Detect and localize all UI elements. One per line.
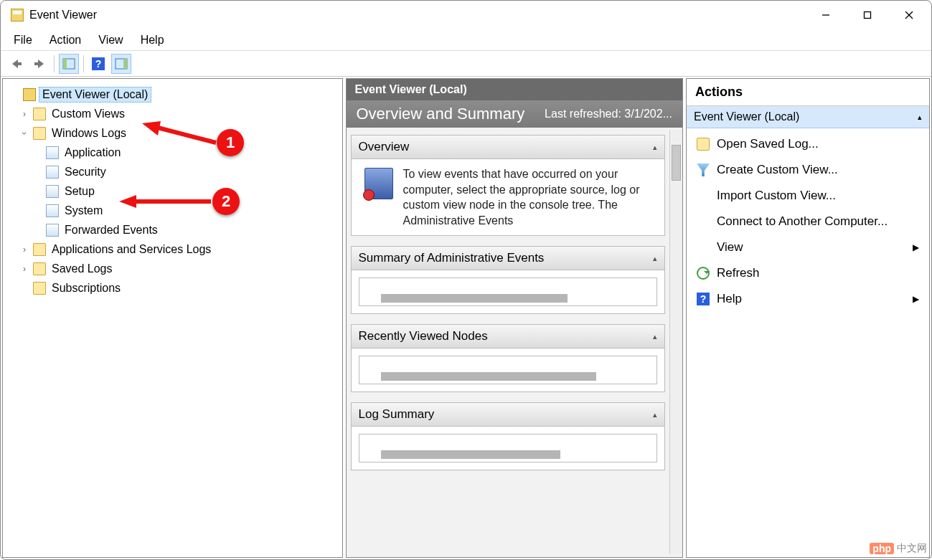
menu-file[interactable]: File: [5, 31, 41, 49]
section-title: Overview: [359, 140, 410, 154]
toolbar: ?: [1, 51, 931, 77]
section-log-summary: Log Summary ▴: [351, 402, 666, 470]
action-import-custom-view[interactable]: Import Custom View...: [687, 183, 929, 209]
maximize-button[interactable]: [847, 1, 888, 29]
tree-custom-views[interactable]: › Custom Views: [6, 104, 339, 123]
tree-label: Custom Views: [49, 107, 128, 121]
log-icon: [46, 224, 59, 237]
tree-log-security[interactable]: Security: [6, 162, 339, 181]
tree-label: Saved Logs: [49, 262, 116, 276]
nav-forward-button[interactable]: [29, 54, 50, 74]
section-title: Log Summary: [359, 407, 435, 422]
section-overview-body: To view events that have occurred on you…: [351, 159, 666, 236]
svg-marker-15: [119, 195, 136, 208]
actions-context-label: Event Viewer (Local): [694, 110, 799, 123]
tree-root[interactable]: Event Viewer (Local): [6, 85, 339, 104]
tree-label: Applications and Services Logs: [49, 242, 214, 257]
actions-header: Actions: [687, 79, 929, 106]
show-hide-tree-button[interactable]: [59, 54, 79, 74]
svg-rect-5: [17, 62, 22, 65]
help-icon: ?: [92, 57, 105, 70]
annotation-badge-1: 1: [217, 129, 244, 156]
tree-log-forwarded[interactable]: Forwarded Events: [6, 220, 339, 239]
folder-icon: [33, 282, 46, 295]
blank-icon: [697, 189, 710, 202]
menu-help[interactable]: Help: [132, 31, 173, 49]
folder-icon: [33, 127, 46, 140]
funnel-icon: [697, 163, 710, 176]
chevron-up-icon: ▴: [918, 113, 922, 122]
action-label: Open Saved Log...: [717, 137, 819, 151]
blank-icon: [697, 241, 710, 254]
chevron-right-icon: ▶: [913, 294, 919, 304]
arrow-right-icon: [32, 58, 47, 70]
section-log-summary-header[interactable]: Log Summary ▴: [351, 402, 666, 427]
section-log-summary-body: [351, 427, 666, 470]
action-label: Connect to Another Computer...: [717, 214, 888, 229]
section-summary-header[interactable]: Summary of Administrative Events ▴: [351, 246, 666, 270]
watermark-text: 中文网: [897, 542, 927, 555]
menu-action[interactable]: Action: [41, 31, 90, 49]
action-refresh[interactable]: Refresh: [687, 260, 929, 286]
svg-rect-7: [34, 62, 39, 65]
expand-icon[interactable]: ›: [19, 245, 30, 255]
chevron-up-icon: ▴: [653, 143, 657, 152]
collapse-icon[interactable]: ›: [19, 128, 29, 139]
action-connect-computer[interactable]: Connect to Another Computer...: [687, 209, 929, 234]
menu-view[interactable]: View: [90, 31, 131, 49]
refresh-icon: [697, 267, 710, 280]
recent-placeholder: [359, 356, 658, 384]
tree-subscriptions[interactable]: Subscriptions: [6, 278, 339, 298]
actions-pane: Actions Event Viewer (Local) ▴ Open Save…: [686, 78, 930, 558]
overview-bar: Overview and Summary Last refreshed: 3/1…: [347, 100, 683, 128]
tree-label: Forwarded Events: [62, 223, 161, 237]
show-hide-action-pane-button[interactable]: [111, 54, 131, 74]
section-recent-header[interactable]: Recently Viewed Nodes ▴: [351, 324, 666, 348]
tree-label: Subscriptions: [49, 281, 123, 295]
blank-icon: [697, 215, 710, 228]
svg-rect-11: [123, 59, 127, 69]
svg-line-12: [155, 127, 216, 143]
watermark-badge: php: [870, 543, 894, 554]
close-button[interactable]: [888, 1, 930, 29]
logsummary-placeholder: [359, 434, 658, 462]
annotation-1-label: 1: [226, 133, 235, 152]
action-label: Refresh: [717, 266, 760, 280]
placeholder-bar: [381, 372, 596, 381]
toolbar-separator: [83, 55, 84, 72]
actions-context[interactable]: Event Viewer (Local) ▴: [687, 106, 929, 128]
placeholder-bar: [381, 450, 560, 459]
action-open-saved-log[interactable]: Open Saved Log...: [687, 131, 929, 157]
chevron-up-icon: ▴: [653, 254, 657, 263]
console-tree: Event Viewer (Local) › Custom Views › Wi…: [4, 82, 341, 554]
section-overview-header[interactable]: Overview ▴: [351, 135, 666, 159]
nav-back-button[interactable]: [6, 54, 27, 74]
section-summary: Summary of Administrative Events ▴: [351, 246, 666, 314]
folder-icon: [33, 262, 46, 275]
tree-label: System: [62, 204, 105, 218]
last-refreshed: Last refreshed: 3/1/202...: [545, 108, 672, 120]
tree-apps-services-logs[interactable]: › Applications and Services Logs: [6, 239, 339, 259]
tree-saved-logs[interactable]: › Saved Logs: [6, 259, 339, 278]
minimize-button[interactable]: [805, 1, 847, 29]
action-view-submenu[interactable]: View ▶: [687, 234, 929, 260]
tree-label: Security: [62, 165, 109, 179]
window: Event Viewer File Action View Help: [0, 0, 932, 560]
svg-rect-9: [63, 59, 67, 69]
log-icon: [46, 146, 59, 159]
window-controls: [805, 1, 930, 29]
center-scrollbar[interactable]: [669, 130, 682, 554]
help-button[interactable]: ?: [88, 54, 108, 74]
expand-icon[interactable]: ›: [19, 109, 30, 119]
actions-list: Open Saved Log... Create Custom View... …: [687, 128, 929, 315]
tree-label: Setup: [62, 184, 98, 199]
placeholder-bar: [381, 294, 568, 303]
scrollbar-thumb[interactable]: [672, 145, 681, 181]
svg-rect-1: [865, 12, 871, 19]
expand-icon[interactable]: ›: [19, 264, 30, 274]
action-label: Create Custom View...: [717, 163, 838, 177]
annotation-arrow-1: [141, 121, 220, 150]
annotation-2-label: 2: [222, 192, 230, 211]
action-help-submenu[interactable]: ? Help ▶: [687, 286, 929, 312]
action-create-custom-view[interactable]: Create Custom View...: [687, 157, 929, 183]
